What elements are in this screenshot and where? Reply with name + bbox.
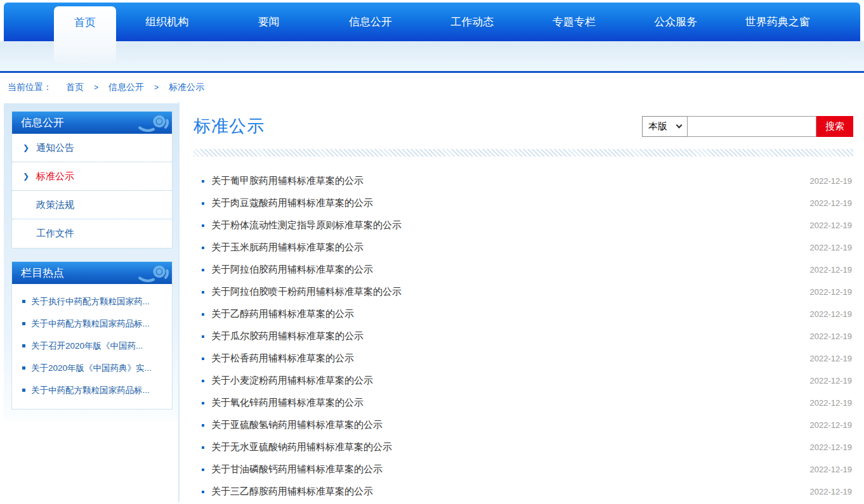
sidebar-item[interactable]: ❯ 通知公告 <box>12 134 172 162</box>
header-subband <box>0 41 864 73</box>
breadcrumb-prefix: 当前位置： <box>8 82 52 93</box>
sidebar-item-label: 通知公告 <box>36 142 74 154</box>
announcement-row: 关于阿拉伯胶喷干粉药用辅料标准草案的公示 2022-12-19 <box>193 281 853 303</box>
announcement-date: 2022-12-19 <box>810 332 853 341</box>
bullet-square-icon <box>202 468 204 471</box>
bullet-square-icon <box>202 491 204 493</box>
announcement-date: 2022-12-19 <box>810 221 853 230</box>
bullet-square-icon <box>202 358 204 360</box>
nav-tab[interactable]: 组织机构 <box>116 3 218 41</box>
announcement-date: 2022-12-19 <box>810 376 853 385</box>
nav-tab[interactable]: 信息公开 <box>320 3 421 41</box>
bullet-square-icon <box>202 380 204 382</box>
search-button[interactable]: 搜索 <box>816 116 853 137</box>
hot-list-item[interactable]: 关于2020年版《中国药典》实... <box>22 357 164 379</box>
nav-tab[interactable]: 公众服务 <box>625 3 726 41</box>
announcement-link[interactable]: 关于阿拉伯胶喷干粉药用辅料标准草案的公示 <box>211 286 810 298</box>
bullet-square-icon <box>22 366 25 370</box>
sidebar-hot-title: 栏目热点 <box>21 267 64 279</box>
nav-tab[interactable]: 世界药典之窗 <box>727 3 828 41</box>
announcement-link[interactable]: 关于小麦淀粉药用辅料标准草案的公示 <box>211 375 810 387</box>
announcement-date: 2022-12-19 <box>810 354 853 363</box>
announcement-date: 2022-12-19 <box>810 309 853 319</box>
announcement-date: 2022-12-19 <box>810 487 853 496</box>
bullet-square-icon <box>202 446 204 449</box>
bullet-square-icon <box>22 389 25 392</box>
announcement-date: 2022-12-19 <box>810 198 853 208</box>
announcement-list: 关于葡甲胺药用辅料标准草案的公示 2022-12-19 关于肉豆蔻酸药用辅料标准… <box>193 170 853 502</box>
announcement-link[interactable]: 关于氧化锌药用辅料标准草案的公示 <box>211 397 810 409</box>
announcement-link[interactable]: 关于葡甲胺药用辅料标准草案的公示 <box>211 175 810 187</box>
nav-tab-label: 组织机构 <box>145 16 188 28</box>
hot-list: 关于执行中药配方颗粒国家药... 关于中药配方颗粒国家药品标... 关于召开20… <box>12 284 172 409</box>
bullet-square-icon <box>202 180 204 183</box>
announcement-row: 关于瓜尔胶药用辅料标准草案的公示 2022-12-19 <box>193 325 853 347</box>
main-content: 标准公示 本版 搜索 关于葡甲胺药用辅料标准草案的公示 2022-1 <box>180 102 864 502</box>
announcement-link[interactable]: 关于无水亚硫酸钠药用辅料标准草案的公示 <box>211 441 810 453</box>
top-navigation: 首页 组织机构 要闻 信息公开 工作动态 专题专栏 公众服务 <box>4 3 860 41</box>
search-scope-select[interactable]: 本版 <box>642 116 688 137</box>
nav-tab-label: 公众服务 <box>654 16 697 28</box>
breadcrumb-item-current[interactable]: 标准公示 <box>169 82 204 93</box>
announcement-link[interactable]: 关于玉米朊药用辅料标准草案的公示 <box>211 242 810 254</box>
breadcrumb-item-info[interactable]: 信息公开 <box>108 82 144 93</box>
breadcrumb-separator: > <box>154 83 159 92</box>
announcement-row: 关于小麦淀粉药用辅料标准草案的公示 2022-12-19 <box>193 370 853 392</box>
bullet-square-icon <box>202 247 204 249</box>
announcement-row: 关于玉米朊药用辅料标准草案的公示 2022-12-19 <box>193 236 853 259</box>
nav-tab[interactable]: 工作动态 <box>421 3 523 41</box>
announcement-date: 2022-12-19 <box>810 287 853 297</box>
announcement-date: 2022-12-19 <box>810 443 853 452</box>
nav-tab[interactable]: 首页 <box>54 6 116 63</box>
bullet-square-icon <box>22 344 25 347</box>
announcement-row: 关于阿拉伯胶药用辅料标准草案的公示 2022-12-19 <box>193 259 853 281</box>
main-header: 标准公示 本版 搜索 <box>193 112 853 140</box>
bullet-square-icon <box>202 269 204 271</box>
nav-tab[interactable]: 专题专栏 <box>523 3 625 41</box>
hot-list-item[interactable]: 关于召开2020年版《中国药... <box>22 335 164 357</box>
hot-list-item[interactable]: 关于执行中药配方颗粒国家药... <box>22 290 164 313</box>
announcement-link[interactable]: 关于瓜尔胶药用辅料标准草案的公示 <box>211 330 810 342</box>
announcement-link[interactable]: 关于阿拉伯胶药用辅料标准草案的公示 <box>211 264 810 276</box>
announcement-row: 关于粉体流动性测定指导原则标准草案的公示 2022-12-19 <box>193 214 853 236</box>
hot-list-item[interactable]: 关于中药配方颗粒国家药品标... <box>22 313 164 335</box>
nav-tab-label: 世界药典之窗 <box>745 16 810 28</box>
sidebar-panel: 信息公开 ❯ 通知公告 <box>4 103 178 421</box>
search-input[interactable] <box>687 116 816 137</box>
hot-item-label: 关于召开2020年版《中国药... <box>31 339 143 352</box>
bullet-square-icon <box>202 202 204 205</box>
hot-list-item[interactable]: 关于中药配方颗粒国家药品标... <box>22 379 164 401</box>
announcement-link[interactable]: 关于乙醇药用辅料标准草案的公示 <box>211 308 810 320</box>
nav-tab-label: 首页 <box>74 16 96 29</box>
announcement-row: 关于乙醇药用辅料标准草案的公示 2022-12-19 <box>193 303 853 325</box>
sidebar-item-label: 政策法规 <box>36 199 74 211</box>
breadcrumb-item-home[interactable]: 首页 <box>66 82 84 93</box>
announcement-row: 关于肉豆蔻酸药用辅料标准草案的公示 2022-12-19 <box>193 192 853 214</box>
sidebar-info-title: 信息公开 <box>21 117 64 129</box>
announcement-link[interactable]: 关于甘油磷酸钙药用辅料标准草案的公示 <box>211 463 810 475</box>
page-title: 标准公示 <box>193 115 265 138</box>
nav-tab-label: 要闻 <box>258 16 280 28</box>
sidebar-info-header: 信息公开 <box>12 112 172 134</box>
sidebar-item[interactable]: ❯ 工作文件 <box>12 219 172 248</box>
bullet-square-icon <box>22 300 25 303</box>
announcement-row: 关于无水亚硫酸钠药用辅料标准草案的公示 2022-12-19 <box>193 436 853 458</box>
bullet-square-icon <box>202 402 204 404</box>
announcement-link[interactable]: 关于松香药用辅料标准草案的公示 <box>211 352 810 365</box>
announcement-link[interactable]: 关于粉体流动性测定指导原则标准草案的公示 <box>211 219 810 231</box>
announcement-link[interactable]: 关于亚硫酸氢钠药用辅料标准草案的公示 <box>211 419 810 431</box>
nav-tab-label: 工作动态 <box>450 16 494 28</box>
hot-item-label: 关于中药配方颗粒国家药品标... <box>31 317 150 330</box>
cloud-decoration-icon <box>135 264 171 283</box>
announcement-link[interactable]: 关于肉豆蔻酸药用辅料标准草案的公示 <box>211 197 810 209</box>
announcement-link[interactable]: 关于三乙醇胺药用辅料标准草案的公示 <box>211 486 810 498</box>
search-scope-value: 本版 <box>648 120 667 132</box>
announcement-date: 2022-12-19 <box>810 243 853 252</box>
sidebar-item[interactable]: ❯ 标准公示 <box>12 162 172 191</box>
announcement-row: 关于三乙醇胺药用辅料标准草案的公示 2022-12-19 <box>193 481 853 502</box>
nav-tab-label: 专题专栏 <box>553 16 596 28</box>
nav-tab[interactable]: 要闻 <box>218 3 319 41</box>
chevron-down-icon <box>676 122 683 128</box>
sidebar-item[interactable]: ❯ 政策法规 <box>12 191 172 219</box>
announcement-row: 关于亚硫酸氢钠药用辅料标准草案的公示 2022-12-19 <box>193 414 853 436</box>
